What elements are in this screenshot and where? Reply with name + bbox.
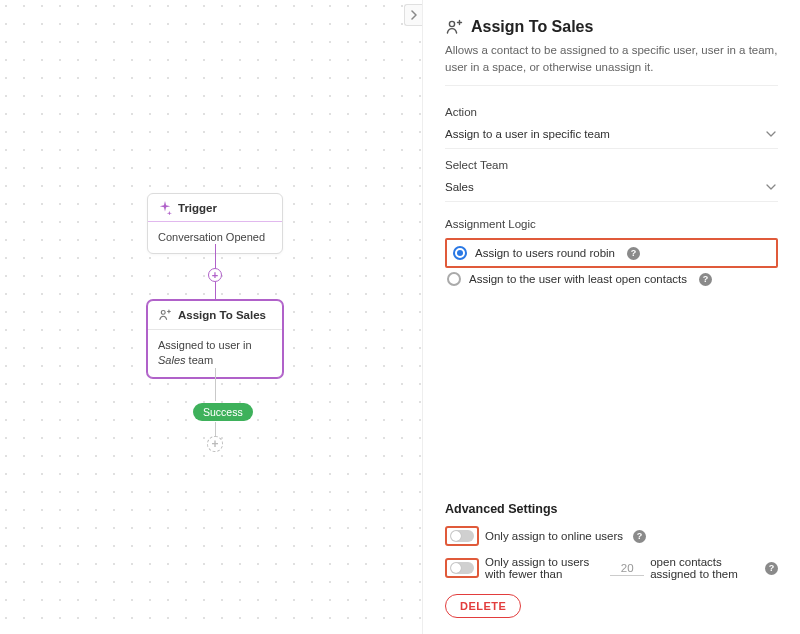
- toggle-label: Only assign to online users: [485, 530, 623, 542]
- user-assign-icon: [445, 18, 463, 36]
- connector: [215, 282, 216, 300]
- user-assign-icon: [158, 308, 172, 322]
- connector: [215, 244, 216, 270]
- toggle-row-online-users: Only assign to online users ?: [445, 526, 778, 546]
- toggle-online-users[interactable]: [450, 530, 474, 542]
- action-select[interactable]: Assign to a user in specific team: [445, 122, 778, 149]
- team-select[interactable]: Sales: [445, 175, 778, 202]
- connector: [215, 422, 216, 436]
- add-step-button[interactable]: +: [208, 268, 222, 282]
- text-em: Sales: [158, 354, 186, 366]
- connector: [215, 368, 216, 401]
- sparkle-icon: [158, 201, 172, 215]
- workflow-canvas[interactable]: Trigger Conversation Opened + Assign To …: [0, 0, 422, 634]
- team-label: Select Team: [445, 159, 778, 171]
- svg-point-1: [449, 21, 454, 26]
- node-assign-to-sales[interactable]: Assign To Sales Assigned to user in Sale…: [147, 300, 283, 378]
- node-assign-title: Assign To Sales: [178, 309, 266, 321]
- toggle-fewer-than[interactable]: [450, 562, 474, 574]
- toggle-label: Only assign to users with fewer than: [485, 556, 604, 580]
- settings-panel: Assign To Sales Allows a contact to be a…: [422, 0, 800, 634]
- logic-radio-group: Assign to users round robin ? Assign to …: [445, 238, 778, 290]
- chevron-right-icon: [409, 10, 419, 20]
- team-select-value: Sales: [445, 181, 474, 193]
- help-icon[interactable]: ?: [699, 273, 712, 286]
- toggle-row-fewer-than: Only assign to users with fewer than ope…: [445, 556, 778, 580]
- chevron-down-icon: [766, 182, 776, 192]
- help-icon[interactable]: ?: [633, 530, 646, 543]
- delete-button[interactable]: DELETE: [445, 594, 521, 618]
- help-icon[interactable]: ?: [765, 562, 778, 575]
- action-select-value: Assign to a user in specific team: [445, 128, 610, 140]
- radio-label: Assign to the user with least open conta…: [469, 273, 687, 285]
- add-step-button[interactable]: +: [207, 436, 223, 452]
- logic-option-round-robin[interactable]: Assign to users round robin ?: [451, 242, 772, 264]
- logic-label: Assignment Logic: [445, 218, 778, 230]
- logic-option-least-open[interactable]: Assign to the user with least open conta…: [445, 268, 778, 290]
- radio-checked-icon: [453, 246, 467, 260]
- panel-collapse-button[interactable]: [404, 4, 422, 26]
- help-icon[interactable]: ?: [627, 247, 640, 260]
- toggle-label-suffix: open contacts assigned to them: [650, 556, 755, 580]
- text: team: [186, 354, 214, 366]
- advanced-settings-title: Advanced Settings: [445, 502, 778, 516]
- svg-point-0: [161, 310, 165, 314]
- chevron-down-icon: [766, 129, 776, 139]
- panel-description: Allows a contact to be assigned to a spe…: [445, 42, 778, 86]
- panel-title: Assign To Sales: [471, 18, 593, 36]
- success-badge[interactable]: Success: [193, 403, 253, 421]
- node-trigger-title: Trigger: [178, 202, 217, 214]
- radio-label: Assign to users round robin: [475, 247, 615, 259]
- text: Assigned to user in: [158, 339, 252, 351]
- radio-unchecked-icon: [447, 272, 461, 286]
- fewer-than-input[interactable]: [610, 561, 644, 576]
- action-label: Action: [445, 106, 778, 118]
